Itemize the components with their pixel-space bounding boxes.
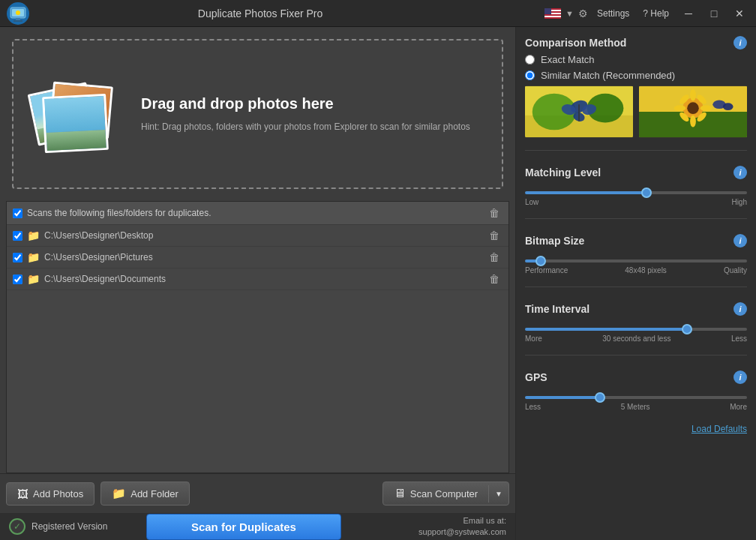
- svg-rect-10: [544, 8, 551, 14]
- matching-slider-labels: Low High: [525, 198, 747, 206]
- dropdown-arrow: ▼: [566, 9, 574, 18]
- scan-dropdown-arrow[interactable]: ▼: [488, 485, 508, 502]
- folder-icon: 📁: [27, 251, 40, 263]
- close-button[interactable]: ✕: [729, 3, 750, 24]
- titlebar-controls: ▼ ⚙ Settings ? Help ─ □ ✕: [544, 3, 750, 24]
- file-list-header-text: Scans the following files/folders for du…: [27, 208, 482, 218]
- divider-1: [525, 150, 747, 151]
- scan-computer-button[interactable]: 🖥 Scan Computer: [383, 482, 488, 505]
- bitmap-size-title: Bitmap Size i: [525, 234, 747, 248]
- time-interval-slider[interactable]: [525, 328, 747, 331]
- exact-match-label[interactable]: Exact Match: [525, 54, 747, 65]
- gps-slider-labels: Less 5 Meters More: [525, 403, 747, 411]
- monitor-icon: 🖥: [394, 487, 406, 500]
- comparison-radio-group: Exact Match Similar Match (Recommended): [525, 54, 747, 81]
- time-interval-title: Time Interval i: [525, 302, 747, 316]
- scan-dropdown: 🖥 Scan Computer ▼: [382, 482, 509, 506]
- preview-row: [525, 86, 747, 138]
- folder-icon: 📁: [27, 273, 40, 285]
- bitmap-size-slider[interactable]: [525, 260, 747, 262]
- matching-level-slider[interactable]: [525, 191, 747, 194]
- drop-text: Drag and drop photos here Hint: Drag pho…: [141, 95, 470, 134]
- drop-hint: Hint: Drag photos, folders with your pho…: [141, 120, 470, 134]
- file-item[interactable]: 📁 C:\Users\Designer\Documents 🗑: [7, 268, 508, 290]
- bitmap-size-info-icon[interactable]: i: [734, 234, 747, 248]
- similar-match-label[interactable]: Similar Match (Recommended): [525, 70, 747, 81]
- settings-button[interactable]: Settings: [592, 7, 634, 20]
- gps-title: GPS i: [525, 370, 747, 384]
- maximize-button[interactable]: □: [704, 3, 724, 24]
- time-interval-section: Time Interval i More 30 seconds and less…: [525, 302, 747, 343]
- email-address: support@systweak.com: [418, 527, 506, 536]
- delete-item-icon[interactable]: 🗑: [486, 250, 502, 265]
- file-item[interactable]: 📁 C:\Users\Designer\Pictures 🗑: [7, 247, 508, 268]
- comparison-section: Comparison Method i Exact Match Similar …: [525, 36, 747, 138]
- folder-icon: 📁: [27, 230, 40, 242]
- main-container: Drag and drop photos here Hint: Drag pho…: [0, 27, 756, 540]
- svg-point-27: [674, 105, 686, 111]
- help-button[interactable]: ? Help: [638, 7, 674, 20]
- divider-2: [525, 218, 747, 219]
- bitmap-performance-label: Performance: [525, 266, 568, 274]
- gear-icon: ⚙: [578, 8, 588, 20]
- preview-butterfly: [525, 86, 633, 138]
- gps-info-icon[interactable]: i: [734, 370, 747, 384]
- bitmap-slider-labels: Performance 48x48 pixels Quality: [525, 266, 747, 274]
- file-item[interactable]: 📁 C:\Users\Designer\Desktop 🗑: [7, 225, 508, 247]
- preview-sunflower: [639, 86, 747, 138]
- file-path: C:\Users\Designer\Pictures: [44, 252, 482, 262]
- matching-low-label: Low: [525, 198, 538, 206]
- time-slider-labels: More 30 seconds and less Less: [525, 334, 747, 343]
- add-photos-label: Add Photos: [33, 488, 83, 500]
- drop-zone[interactable]: Drag and drop photos here Hint: Drag pho…: [12, 39, 503, 189]
- load-defaults-container: Load Defaults: [525, 423, 747, 434]
- matching-high-label: High: [731, 198, 747, 206]
- file-path: C:\Users\Designer\Desktop: [44, 230, 482, 241]
- svg-point-24: [687, 102, 699, 114]
- gps-value-label: 5 Meters: [621, 403, 650, 411]
- file-list-header: Scans the following files/folders for du…: [7, 202, 508, 225]
- bitmap-slider-container: [525, 254, 747, 265]
- divider-4: [525, 355, 747, 356]
- select-all-checkbox[interactable]: [13, 208, 22, 218]
- delete-all-icon[interactable]: 🗑: [486, 206, 502, 220]
- gps-more-label: More: [730, 403, 747, 411]
- add-photos-button[interactable]: 🖼 Add Photos: [6, 482, 94, 506]
- add-photos-icon: 🖼: [17, 488, 28, 500]
- svg-rect-5: [14, 20, 22, 22]
- time-more-label: More: [525, 334, 542, 343]
- divider-3: [525, 286, 747, 287]
- right-panel: Comparison Method i Exact Match Similar …: [516, 27, 756, 540]
- add-folder-icon: 📁: [112, 487, 126, 500]
- time-interval-info-icon[interactable]: i: [734, 302, 747, 316]
- photo-icon-area: [28, 65, 126, 163]
- similar-match-radio[interactable]: [525, 70, 535, 80]
- gps-slider-container: [525, 390, 747, 401]
- file-items-container: 📁 C:\Users\Designer\Desktop 🗑 📁 C:\Users…: [7, 225, 508, 290]
- photo-stack-front: [42, 94, 109, 153]
- file-checkbox[interactable]: [13, 274, 22, 284]
- scan-duplicates-button[interactable]: Scan for Duplicates: [146, 514, 341, 540]
- add-folder-button[interactable]: 📁 Add Folder: [100, 482, 190, 506]
- exact-match-radio[interactable]: [525, 55, 535, 64]
- svg-point-34: [723, 103, 734, 110]
- minimize-button[interactable]: ─: [678, 3, 699, 24]
- gps-slider[interactable]: [525, 396, 747, 399]
- svg-point-28: [700, 105, 712, 111]
- time-slider-container: [525, 322, 747, 333]
- matching-level-info-icon[interactable]: i: [734, 166, 747, 179]
- svg-point-25: [690, 89, 696, 101]
- file-path: C:\Users\Designer\Documents: [44, 274, 482, 284]
- time-less-label: Less: [731, 334, 747, 343]
- drop-title: Drag and drop photos here: [141, 95, 470, 112]
- status-bar: ✓ Registered Version Scan for Duplicates…: [0, 513, 515, 540]
- file-checkbox[interactable]: [13, 253, 22, 262]
- delete-item-icon[interactable]: 🗑: [486, 228, 502, 243]
- load-defaults-link[interactable]: Load Defaults: [692, 424, 747, 434]
- left-panel: Drag and drop photos here Hint: Drag pho…: [0, 27, 516, 540]
- delete-item-icon[interactable]: 🗑: [486, 272, 502, 286]
- bottom-bar: 🖼 Add Photos 📁 Add Folder 🖥 Scan Compute…: [0, 473, 515, 513]
- matching-level-title: Matching Level i: [525, 166, 747, 179]
- comparison-info-icon[interactable]: i: [734, 36, 747, 50]
- file-checkbox[interactable]: [13, 231, 22, 241]
